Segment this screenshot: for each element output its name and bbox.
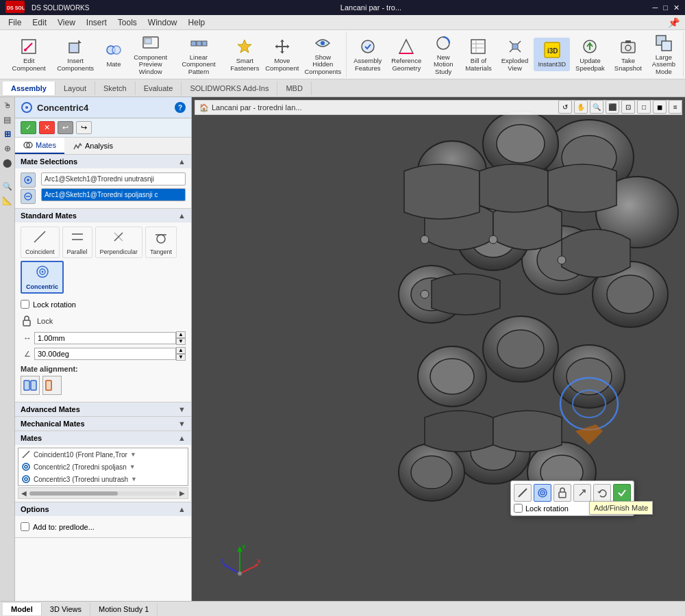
- bottom-tab-model[interactable]: Model: [3, 603, 42, 615]
- alignment-anti-aligned-button[interactable]: [42, 376, 62, 395]
- confirm-button[interactable]: ✓: [21, 121, 36, 134]
- standard-mates-collapse[interactable]: ▲: [178, 211, 186, 220]
- viewport[interactable]: 🏠 Lancani par - troredni lan... ↺ ✋ 🔍 ⬛ …: [192, 97, 685, 601]
- scroll-right[interactable]: ▶: [179, 489, 185, 497]
- smart-fasteners-button[interactable]: SmartFasteners: [228, 34, 262, 75]
- distance-input[interactable]: [34, 332, 176, 344]
- menu-item-tools[interactable]: Tools: [112, 16, 142, 29]
- popup-arrow-btn[interactable]: [573, 484, 591, 502]
- menu-item-insert[interactable]: Insert: [81, 16, 112, 29]
- popup-lock-btn[interactable]: [553, 484, 571, 502]
- angle-stepper[interactable]: ▲ ▼: [176, 347, 186, 361]
- vp-shaded-btn[interactable]: ◼: [653, 100, 667, 114]
- tab-mates[interactable]: Mates: [15, 138, 64, 154]
- feature-tree-icon[interactable]: ▤: [1, 114, 14, 126]
- take-snapshot-button[interactable]: TakeSnapshot: [610, 34, 646, 75]
- standard-mates-header[interactable]: Standard Mates ▲: [15, 209, 191, 222]
- lock-option[interactable]: Lock: [21, 313, 186, 329]
- forward-button[interactable]: ↪: [76, 121, 92, 134]
- vp-view-btn[interactable]: ⊡: [621, 100, 635, 114]
- angle-input[interactable]: [34, 348, 176, 360]
- vp-zoom-btn[interactable]: 🔍: [590, 100, 603, 114]
- popup-coincident-btn[interactable]: [514, 484, 532, 502]
- angle-increment[interactable]: ▲: [176, 347, 186, 354]
- cancel-button[interactable]: ✕: [39, 121, 55, 134]
- tab-assembly[interactable]: Assembly: [3, 81, 55, 95]
- show-hidden-components-button[interactable]: ShowHiddenComponents: [302, 31, 343, 78]
- vp-wireframe-btn[interactable]: □: [637, 100, 651, 114]
- alignment-aligned-button[interactable]: [21, 376, 40, 395]
- mate-button[interactable]: Mate: [97, 38, 130, 70]
- tab-layout[interactable]: Layout: [55, 81, 95, 95]
- insert-components-button[interactable]: InsertComponents: [55, 34, 96, 75]
- help-button[interactable]: ?: [175, 102, 186, 113]
- edit-component-button[interactable]: Edit Component: [4, 34, 53, 75]
- large-assembly-mode-button[interactable]: LargeAssembMode: [647, 31, 680, 78]
- move-component-button[interactable]: MoveComponent: [263, 34, 301, 75]
- advanced-mates-header[interactable]: Advanced Mates ▼: [15, 402, 191, 416]
- measure-icon[interactable]: 📐: [1, 194, 14, 207]
- back-button[interactable]: ↩: [58, 121, 73, 134]
- bottom-tab-3dviews[interactable]: 3D Views: [42, 603, 90, 615]
- mate-selections-header[interactable]: Mate Selections ▲: [15, 155, 191, 168]
- configuration-icon[interactable]: ⊕: [1, 142, 14, 155]
- vp-pan-btn[interactable]: ✋: [574, 100, 588, 114]
- menu-item-help[interactable]: Help: [183, 16, 211, 29]
- scroll-left[interactable]: ◀: [21, 489, 27, 497]
- tangent-option[interactable]: Tangent: [145, 227, 177, 258]
- update-speedpak-button[interactable]: UpdateSpeedpak: [571, 34, 609, 75]
- title-bar-controls[interactable]: ─ □ ✕: [653, 3, 680, 12]
- lock-rotation-checkbox[interactable]: [21, 300, 29, 309]
- perpendicular-option[interactable]: Perpendicular: [95, 227, 143, 258]
- menu-item-view[interactable]: View: [52, 16, 81, 29]
- tab-analysis[interactable]: Analysis: [64, 138, 121, 154]
- menu-item-edit[interactable]: Edit: [27, 16, 52, 29]
- menu-item-window[interactable]: Window: [142, 16, 183, 29]
- concentric-option[interactable]: Concentric: [21, 261, 64, 294]
- new-motion-study-button[interactable]: NewMotionStudy: [427, 31, 460, 78]
- linear-component-pattern-button[interactable]: Linear ComponentPattern: [171, 31, 226, 78]
- mechanical-mates-header[interactable]: Mechanical Mates ▼: [15, 417, 191, 431]
- vp-section-btn[interactable]: ⬛: [606, 100, 619, 114]
- mate-list-item-2[interactable]: Concentric2 (Troredni spoljasn ▼: [18, 461, 188, 473]
- tab-evaluate[interactable]: Evaluate: [136, 81, 182, 95]
- popup-undo-btn[interactable]: [593, 484, 611, 502]
- cursor-icon[interactable]: 🖱: [1, 99, 14, 112]
- minimize-button[interactable]: ─: [653, 3, 658, 12]
- mates-list-header[interactable]: Mates ▲: [15, 431, 191, 445]
- assembly-features-button[interactable]: AssemblyFeatures: [349, 34, 386, 75]
- parallel-option[interactable]: Parallel: [62, 227, 92, 258]
- menu-item-file[interactable]: File: [3, 16, 27, 29]
- display-manager-icon[interactable]: ⬤: [1, 157, 14, 169]
- angle-decrement[interactable]: ▼: [176, 354, 186, 361]
- exploded-view-button[interactable]: ExplodedView: [497, 34, 533, 75]
- search-icon[interactable]: 🔍: [1, 180, 14, 192]
- mate-list-item-3[interactable]: Concentric3 (Troredni unutrash ▼: [18, 473, 188, 485]
- bill-of-materials-button[interactable]: Bill ofMaterials: [461, 34, 496, 75]
- reference-geometry-button[interactable]: ReferenceGeometry: [387, 34, 425, 75]
- component-preview-window-button[interactable]: ComponentPreviewWindow: [132, 31, 169, 78]
- popup-finish-btn[interactable]: [613, 484, 631, 502]
- instant3d-button[interactable]: i3D Instant3D: [534, 38, 570, 70]
- add-to-checkbox[interactable]: [21, 522, 29, 531]
- tab-mbd[interactable]: MBD: [277, 81, 311, 95]
- advanced-mates-collapse[interactable]: ▼: [178, 405, 186, 413]
- vp-rotate-btn[interactable]: ↺: [558, 100, 572, 114]
- mate-selections-collapse[interactable]: ▲: [178, 157, 186, 166]
- close-button[interactable]: ✕: [673, 3, 680, 12]
- distance-stepper[interactable]: ▲ ▼: [176, 331, 186, 345]
- options-header[interactable]: Options ▲: [15, 502, 191, 516]
- pin-icon[interactable]: 📌: [668, 17, 680, 28]
- coincident-option[interactable]: Coincident: [21, 227, 60, 258]
- tab-solidworks-addins[interactable]: SOLIDWORKS Add-Ins: [182, 81, 277, 95]
- bottom-tab-motion-study[interactable]: Motion Study 1: [90, 603, 158, 615]
- property-manager-icon[interactable]: ⊞: [1, 128, 14, 140]
- mates-list-collapse[interactable]: ▲: [178, 434, 186, 442]
- mechanical-mates-collapse[interactable]: ▼: [178, 420, 186, 428]
- selection-item-1[interactable]: Arc1@Sketch1@Troredni unutrasnji: [41, 172, 186, 185]
- vp-options-btn[interactable]: ≡: [669, 100, 682, 114]
- maximize-button[interactable]: □: [663, 3, 668, 12]
- distance-increment[interactable]: ▲: [176, 331, 186, 338]
- popup-lock-rotation-checkbox[interactable]: [514, 504, 523, 513]
- popup-concentric-btn[interactable]: [534, 484, 551, 502]
